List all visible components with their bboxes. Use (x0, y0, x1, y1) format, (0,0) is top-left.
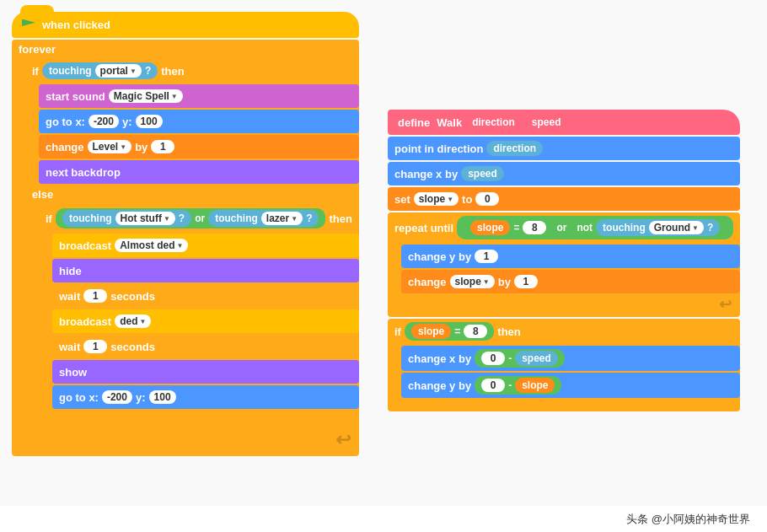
forever-label: forever (12, 40, 359, 59)
green-flag-icon (22, 19, 35, 31)
next-backdrop-block: next backdrop (39, 160, 359, 184)
lazer-dropdown[interactable]: lazer (261, 212, 303, 225)
start-sound-block: start sound Magic Spell (39, 84, 359, 108)
wait2-block: wait 1 seconds (52, 335, 359, 358)
slope-dropdown[interactable]: slope (414, 192, 459, 206)
if-slope-8-block: if slope = 8 then change x by 0 - speed (388, 319, 740, 411)
set-slope-block: set slope to 0 (388, 187, 740, 211)
hot-stuff-dropdown[interactable]: Hot stuff (115, 212, 175, 225)
magic-spell-dropdown[interactable]: Magic Spell (109, 89, 183, 103)
go-to-xy-block: go to x: -200 y: 100 (39, 110, 359, 133)
footer-text: 头条 @小阿姨的神奇世界 (626, 512, 750, 527)
touching-lazer: touching lazer ? (208, 210, 319, 227)
touching-hot-stuff: touching Hot stuff ? (62, 210, 191, 227)
define-block: define Walk direction speed (388, 110, 740, 135)
sub-block-2: 0 - slope (475, 376, 561, 395)
repeat-until-block: repeat until slope = 8 or not touching G… (388, 212, 740, 317)
portal-dropdown[interactable]: portal (95, 64, 142, 78)
slope-eq-block: slope = 8 (464, 218, 553, 237)
slope-by-input[interactable]: 1 (514, 275, 538, 288)
level-dropdown[interactable]: Level (88, 140, 132, 153)
wait1-input[interactable]: 1 (83, 289, 107, 303)
change-level-block: change Level by 1 (39, 135, 359, 159)
when-clicked-label: when clicked (42, 19, 110, 31)
broadcast-ded-block: broadcast ded (52, 309, 359, 333)
broadcast-almost-ded-block: broadcast Almost ded (52, 234, 359, 257)
forever-arrow-icon: ↩ (12, 429, 359, 451)
y-by-input[interactable]: 1 (475, 250, 498, 263)
direction-param: direction (465, 115, 522, 130)
change-slope-by-block: change slope by 1 (401, 270, 740, 293)
x2-input[interactable]: -200 (102, 390, 132, 404)
if-portal-block: if touching portal ? then start sound Ma… (25, 59, 359, 429)
else-label: else (25, 185, 359, 203)
change-y-by-0-slope-block: change y by 0 - slope (401, 373, 740, 398)
if-hot-stuff-block: if touching Hot stuff ? or t (39, 205, 359, 419)
almost-ded-dropdown[interactable]: Almost ded (115, 239, 188, 252)
touching-portal-condition: touching portal ? (42, 62, 158, 79)
wait1-block: wait 1 seconds (52, 284, 359, 308)
when-clicked-block: when clicked (12, 12, 359, 38)
footer: 头条 @小阿姨的神奇世界 (0, 506, 767, 532)
repeat-condition: slope = 8 or not touching Ground ? (457, 216, 733, 239)
zero-input[interactable]: 0 (475, 192, 499, 206)
show-block: show (52, 360, 359, 384)
or-condition: touching Hot stuff ? or touching lazer ? (56, 208, 326, 228)
ded-dropdown[interactable]: ded (115, 314, 151, 328)
change-x-by-block: change x by speed (388, 162, 740, 185)
by-input[interactable]: 1 (151, 140, 174, 153)
speed-var: speed (461, 166, 504, 181)
x-input[interactable]: -200 (88, 115, 119, 128)
direction-var: direction (486, 141, 543, 156)
repeat-arrow-icon: ↩ (388, 295, 740, 314)
slope-eq2-block: slope = 8 (405, 322, 494, 341)
hide-block: hide (52, 259, 359, 282)
slope2-dropdown[interactable]: slope (450, 275, 495, 288)
not-block: not touching Ground ? (570, 218, 727, 238)
forever-block: forever if touching portal ? then (12, 40, 359, 456)
wait2-input[interactable]: 1 (83, 340, 107, 353)
touching-ground-condition: touching Ground ? (596, 219, 720, 236)
y-input[interactable]: 100 (136, 115, 163, 128)
sub-block-1: 0 - speed (475, 349, 565, 368)
ground-dropdown[interactable]: Ground (649, 221, 704, 234)
y2-input[interactable]: 100 (149, 390, 176, 404)
go-to-xy2-block: go to x: -200 y: 100 (52, 385, 359, 409)
point-in-direction-block: point in direction direction (388, 137, 740, 160)
change-y-by-1-block: change y by 1 (401, 245, 740, 268)
speed-param: speed (525, 115, 568, 130)
change-x-by-0-speed-block: change x by 0 - speed (401, 346, 740, 371)
